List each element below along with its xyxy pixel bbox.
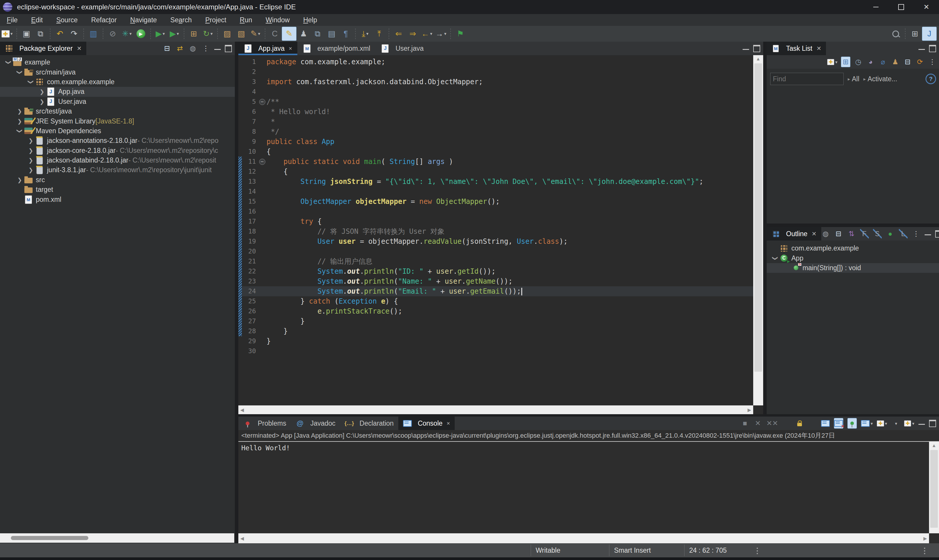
run-button[interactable]: ▶ [134, 27, 148, 40]
tab-outline[interactable]: Outline ✕ [767, 227, 821, 240]
line-number[interactable]: 18 [242, 226, 258, 237]
show-stdout-button[interactable] [834, 418, 843, 429]
explorer-item-jackson-annotations-2.18.0.jar[interactable]: ❯jackson-annotations-2.18.0.jar - C:\Use… [0, 136, 235, 146]
chevron-right-icon[interactable]: ❯ [26, 137, 35, 144]
categorized-button[interactable]: ⊞ [841, 57, 850, 67]
open-task-list-button[interactable]: ▤ [325, 27, 339, 40]
chevron-right-icon[interactable]: ❯ [15, 108, 24, 115]
line-number[interactable]: 3 [242, 77, 258, 87]
code-line-7[interactable]: 7 * [238, 117, 753, 127]
line-number[interactable]: 27 [242, 316, 258, 326]
open-console-button[interactable]: ✚▾ [904, 418, 914, 428]
close-icon[interactable]: ✕ [816, 45, 821, 52]
chevron-right-icon[interactable]: ❯ [38, 98, 46, 105]
menu-file[interactable]: File [0, 16, 25, 24]
code-line-12[interactable]: 12 { [238, 167, 753, 177]
chevron-right-icon[interactable]: ❯ [15, 177, 24, 183]
remove-all-terminated-button[interactable]: ✕✕ [766, 418, 778, 428]
chevron-down-icon[interactable]: ❯ [5, 58, 12, 67]
coverage-button[interactable]: ▶▾ [167, 27, 181, 40]
open-type-button[interactable]: ▨ [220, 27, 234, 40]
minimize-icon[interactable] [214, 49, 221, 50]
code-line-1[interactable]: 1package com.example.example; [238, 57, 753, 67]
terminate-button[interactable]: ■ [740, 418, 749, 428]
scope-all[interactable]: ▸All [848, 75, 859, 83]
menu-edit[interactable]: Edit [25, 16, 49, 24]
menu-tor[interactable]: Refactor [85, 16, 123, 24]
code-line-18[interactable]: 18 // 将 JSON 字符串转换为 User 对象 [238, 226, 753, 237]
chevron-down-icon[interactable]: ❯ [772, 254, 779, 263]
undo-button[interactable]: ↶ [53, 27, 67, 40]
menu-arch[interactable]: Search [163, 16, 199, 24]
editor-hscrollbar[interactable]: ◀ ▶ [238, 405, 753, 414]
line-number[interactable]: 9 [242, 137, 258, 147]
line-number[interactable]: 24 [242, 286, 258, 296]
run-last-launched-button[interactable]: ▶▾ [153, 27, 167, 40]
line-number[interactable]: 4 [242, 87, 258, 97]
scroll-left-icon[interactable]: ◀ [238, 407, 246, 413]
line-number[interactable]: 25 [242, 296, 258, 306]
explorer-item-target[interactable]: target [0, 185, 235, 194]
tab-task-list[interactable]: Task List ✕ [767, 42, 826, 55]
scroll-right-icon[interactable]: ▶ [921, 535, 929, 541]
outline-item-main-string-void[interactable]: main(String[]) : void [767, 263, 939, 273]
previous-edit-location-button[interactable]: ⤒ [372, 27, 386, 40]
outline-item-com.example.example[interactable]: com.example.example [767, 243, 939, 253]
code-line-17[interactable]: 17 try { [238, 217, 753, 226]
link-with-editor-button[interactable]: ⇄ [176, 43, 184, 53]
explorer-item-pom.xml[interactable]: pom.xml [0, 194, 235, 204]
pin-console-button[interactable]: ✚▾ [877, 418, 887, 428]
line-number[interactable]: 14 [242, 186, 258, 197]
sash-editor-right[interactable] [763, 42, 767, 414]
view-menu-button[interactable]: ⋮ [912, 229, 920, 239]
clear-console-button[interactable] [795, 418, 804, 428]
new-java-project-button[interactable]: ⊞ [187, 27, 201, 40]
scroll-up-icon[interactable]: ▲ [753, 55, 763, 63]
chevron-right-icon[interactable]: ❯ [15, 118, 24, 125]
forward-history-button[interactable]: →▾ [434, 27, 448, 40]
new-task-button[interactable]: ✚▾ [827, 57, 837, 67]
chevron-down-icon[interactable]: ❯ [17, 126, 23, 135]
hide-static-button[interactable]: S [873, 229, 882, 239]
word-wrap-button[interactable] [821, 418, 830, 428]
editor-tab-user.java[interactable]: User.java [375, 42, 429, 55]
explorer-item-com.example.example[interactable]: ❯com.example.example [0, 77, 235, 87]
code-line-26[interactable]: 26 e.printStackTrace(); [238, 306, 753, 316]
sash-explorer-editor[interactable] [235, 42, 238, 543]
code-line-14[interactable]: 14 [238, 186, 753, 197]
code-line-9[interactable]: 9public class App [238, 137, 753, 147]
view-menu-button[interactable]: ⋮ [201, 43, 210, 53]
menu-help[interactable]: Help [296, 16, 324, 24]
close-button[interactable]: ✕ [914, 0, 939, 14]
explorer-item-jackson-databind-2.18.0.jar[interactable]: ❯jackson-databind-2.18.0.jar - C:\Users\… [0, 155, 235, 165]
outline-item-app[interactable]: ❯App [767, 253, 939, 263]
code-line-19[interactable]: 19 User user = objectMapper.readValue(js… [238, 237, 753, 246]
scroll-right-icon[interactable]: ▶ [746, 407, 753, 413]
minimize-icon[interactable] [919, 424, 925, 425]
open-console-build-button[interactable]: ▥ [86, 27, 100, 40]
minimize-icon[interactable] [743, 49, 749, 50]
explorer-item-src-main-java[interactable]: ❯src/main/java [0, 67, 235, 77]
code-line-25[interactable]: 25 } catch (Exception e) { [238, 296, 753, 306]
minimize-icon[interactable] [919, 49, 925, 50]
hide-fields-button[interactable]: F [860, 229, 869, 239]
explorer-hscrollbar[interactable] [0, 533, 234, 543]
explorer-item-src[interactable]: ❯src [0, 175, 235, 185]
explorer-item-user.java[interactable]: ❯User.java [0, 97, 235, 106]
line-number[interactable]: 13 [242, 177, 258, 186]
console-tab-declaration[interactable]: {…}Declaration [340, 417, 398, 430]
display-console-button[interactable]: ▾ [891, 418, 900, 428]
explorer-item-maven-dependencies[interactable]: ❯Maven Dependencies [0, 126, 235, 136]
clear-button[interactable]: ⌀ [879, 57, 887, 67]
line-number[interactable]: 17 [242, 217, 258, 226]
console-tab-console[interactable]: Console× [398, 417, 455, 430]
line-number[interactable]: 7 [242, 117, 258, 127]
code-line-8[interactable]: 8 */ [238, 127, 753, 137]
code-line-30[interactable]: 30 [238, 346, 753, 356]
chevron-down-icon[interactable]: ❯ [17, 68, 23, 77]
line-number[interactable]: 6 [242, 107, 258, 117]
sep-button[interactable] [782, 418, 791, 428]
code-line-5[interactable]: 5−/** [238, 97, 753, 107]
line-number[interactable]: 12 [242, 167, 258, 177]
back-history-skip-button[interactable]: ⇐ [392, 27, 406, 40]
